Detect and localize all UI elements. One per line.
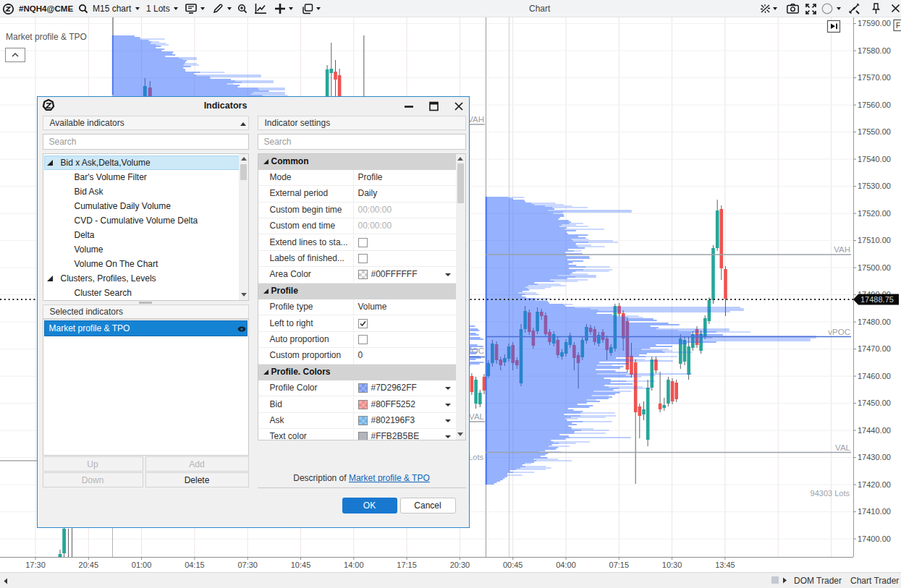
svg-text:17590.00: 17590.00 — [858, 19, 891, 27]
svg-text:17550.00: 17550.00 — [858, 127, 891, 136]
svg-text:07:15: 07:15 — [609, 561, 630, 569]
svg-text:00:45: 00:45 — [503, 561, 523, 569]
svg-text:17460.00: 17460.00 — [858, 372, 891, 380]
svg-text:13:45: 13:45 — [715, 561, 735, 569]
svg-text:01:00: 01:00 — [132, 561, 152, 569]
svg-text:07:30: 07:30 — [237, 561, 258, 569]
svg-text:20:30: 20:30 — [450, 561, 470, 569]
svg-text:17570.00: 17570.00 — [858, 73, 891, 82]
svg-text:VAL: VAL — [469, 412, 484, 421]
svg-text:17440.00: 17440.00 — [858, 426, 891, 435]
svg-text:17500.00: 17500.00 — [858, 263, 891, 272]
svg-text:94303 Lots: 94303 Lots — [811, 489, 850, 498]
svg-text:17:15: 17:15 — [397, 561, 417, 569]
svg-text:10:45: 10:45 — [291, 561, 311, 569]
svg-text:17420.00: 17420.00 — [858, 480, 891, 489]
svg-text:17580.00: 17580.00 — [858, 46, 891, 55]
svg-text:17488.75: 17488.75 — [860, 295, 894, 304]
svg-text:17:30: 17:30 — [25, 561, 46, 569]
svg-text:17470.00: 17470.00 — [858, 344, 891, 353]
svg-text:17530.00: 17530.00 — [858, 182, 891, 190]
svg-text:04:00: 04:00 — [556, 561, 576, 569]
svg-text:F: F — [896, 22, 900, 30]
svg-text:17410.00: 17410.00 — [858, 507, 891, 516]
svg-text:17560.00: 17560.00 — [858, 101, 891, 109]
svg-text:17450.00: 17450.00 — [858, 399, 891, 407]
svg-text:VAH: VAH — [834, 245, 850, 254]
svg-text:14:00: 14:00 — [344, 561, 364, 569]
svg-text:17510.00: 17510.00 — [858, 236, 891, 244]
svg-text:17400.00: 17400.00 — [858, 534, 891, 543]
svg-text:17540.00: 17540.00 — [858, 155, 891, 163]
svg-text:04:15: 04:15 — [185, 561, 205, 569]
svg-text:10:30: 10:30 — [662, 561, 682, 569]
svg-text:VAH: VAH — [468, 115, 484, 124]
svg-text:vPOC: vPOC — [828, 328, 850, 336]
svg-text:17480.00: 17480.00 — [858, 318, 891, 326]
svg-text:17430.00: 17430.00 — [858, 453, 891, 461]
svg-text:VAL: VAL — [835, 443, 850, 452]
svg-text:20:45: 20:45 — [79, 561, 99, 569]
svg-text:17520.00: 17520.00 — [858, 209, 891, 218]
